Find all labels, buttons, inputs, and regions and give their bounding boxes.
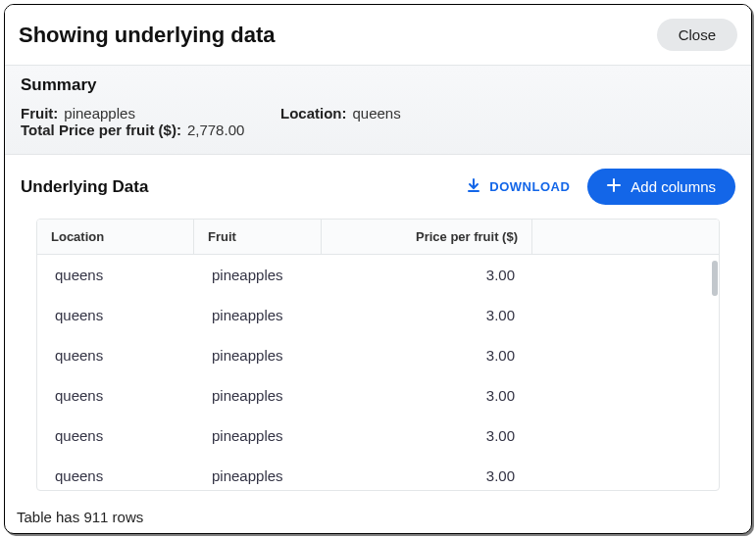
download-label: DOWNLOAD (489, 179, 570, 194)
summary-label: Total Price per fruit ($): (21, 122, 181, 138)
cell-fruit: pineapples (194, 456, 322, 490)
column-header-fruit[interactable]: Fruit (194, 220, 322, 254)
download-button[interactable]: DOWNLOAD (466, 177, 570, 196)
table-row[interactable]: queenspineapples3.00 (37, 456, 719, 490)
cell-empty (532, 335, 719, 375)
cell-location: queens (37, 456, 194, 490)
cell-fruit: pineapples (194, 255, 322, 295)
summary-value: queens (353, 105, 401, 122)
cell-empty (532, 375, 719, 416)
cell-fruit: pineapples (194, 335, 322, 375)
cell-price: 3.00 (322, 255, 532, 295)
table-body[interactable]: queenspineapples3.00queenspineapples3.00… (37, 255, 719, 490)
underlying-data-section: Underlying Data DOWNLOAD (5, 155, 751, 491)
summary-field-fruit: Fruit: pineapples (21, 105, 280, 122)
cell-fruit: pineapples (194, 295, 322, 335)
close-button[interactable]: Close (657, 19, 737, 51)
table-row[interactable]: queenspineapples3.00 (37, 416, 719, 456)
cell-empty (532, 416, 719, 456)
table-header-row: Location Fruit Price per fruit ($) (37, 220, 719, 255)
cell-location: queens (37, 416, 194, 456)
close-button-label: Close (679, 26, 716, 43)
column-header-empty (532, 220, 719, 254)
section-actions: DOWNLOAD Add columns (466, 169, 735, 205)
summary-value: 2,778.00 (187, 122, 244, 138)
section-title: Underlying Data (21, 177, 148, 197)
cell-empty (532, 456, 719, 490)
modal-header: Showing underlying data Close (5, 5, 751, 65)
underlying-data-modal: Showing underlying data Close Summary Fr… (4, 4, 752, 534)
table-row[interactable]: queenspineapples3.00 (37, 295, 719, 335)
download-icon (466, 177, 481, 196)
add-columns-label: Add columns (630, 178, 716, 195)
cell-price: 3.00 (322, 335, 532, 375)
cell-location: queens (37, 295, 194, 335)
summary-label: Location: (280, 105, 347, 122)
summary-label: Fruit: (21, 105, 58, 122)
scrollbar-thumb[interactable] (712, 261, 718, 296)
section-header: Underlying Data DOWNLOAD (21, 169, 735, 205)
cell-price: 3.00 (322, 456, 532, 490)
scrollbar[interactable] (712, 261, 718, 491)
cell-price: 3.00 (322, 416, 532, 456)
cell-empty (532, 295, 719, 335)
modal-title: Showing underlying data (19, 23, 276, 48)
summary-field-total-price: Total Price per fruit ($): 2,778.00 (21, 122, 735, 138)
table-row[interactable]: queenspineapples3.00 (37, 375, 719, 416)
summary-value: pineapples (64, 105, 135, 122)
table-row[interactable]: queenspineapples3.00 (37, 255, 719, 295)
cell-location: queens (37, 375, 194, 416)
column-header-price[interactable]: Price per fruit ($) (322, 220, 532, 254)
cell-price: 3.00 (322, 295, 532, 335)
table-row[interactable]: queenspineapples3.00 (37, 335, 719, 375)
summary-field-location: Location: queens (280, 105, 521, 122)
data-table: Location Fruit Price per fruit ($) queen… (36, 219, 720, 491)
summary-panel: Summary Fruit: pineapples Location: quee… (5, 65, 751, 155)
column-header-location[interactable]: Location (37, 220, 194, 254)
summary-title: Summary (21, 75, 735, 95)
cell-fruit: pineapples (194, 416, 322, 456)
cell-location: queens (37, 255, 194, 295)
plus-icon (607, 178, 621, 195)
summary-fields: Fruit: pineapples Location: queens Total… (21, 105, 735, 138)
row-count-footer: Table has 911 rows (17, 509, 143, 525)
add-columns-button[interactable]: Add columns (587, 169, 735, 205)
cell-price: 3.00 (322, 375, 532, 416)
cell-fruit: pineapples (194, 375, 322, 416)
cell-empty (532, 255, 719, 295)
cell-location: queens (37, 335, 194, 375)
